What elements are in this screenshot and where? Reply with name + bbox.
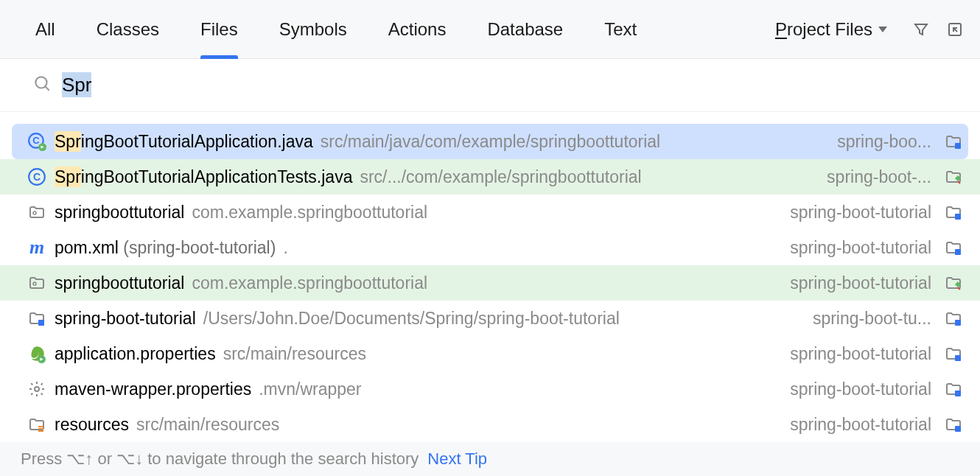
class-c-icon: C (27, 167, 47, 187)
tabs: AllClassesFilesSymbolsActionsDatabaseTex… (15, 0, 759, 59)
scope-selector[interactable]: Project Files (765, 19, 897, 40)
svg-text:C: C (32, 135, 40, 146)
result-row[interactable]: spring-boot-tutorial/Users/John.Doe/Docu… (0, 301, 980, 336)
folder-mod-icon (27, 308, 47, 329)
folder-test-icon (943, 167, 964, 187)
svg-point-1 (35, 77, 46, 88)
result-path: com.example.springboottutorial (192, 203, 427, 223)
result-path: src/main/java/com/example/springboottuto… (321, 132, 660, 152)
folder-blue-icon (943, 379, 964, 399)
result-row[interactable]: mpom.xml (spring-boot-tutorial).spring-b… (0, 230, 980, 265)
result-row[interactable]: CSpringBootTutorialApplicationTests.java… (0, 159, 980, 195)
maven-icon: m (27, 237, 47, 258)
svg-point-11 (33, 282, 36, 285)
result-path: .mvn/wrapper (259, 379, 361, 399)
folder-test-icon (943, 273, 964, 293)
result-row[interactable]: maven-wrapper.properties.mvn/wrapperspri… (0, 371, 980, 407)
result-row[interactable]: application.propertiessrc/main/resources… (0, 336, 980, 371)
folder-blue-icon (943, 131, 964, 152)
result-module: spring-boot-tu... (802, 309, 931, 329)
result-module: spring-boo... (827, 132, 931, 152)
result-module: spring-boot-tutorial (780, 203, 931, 223)
result-module: spring-boot-tutorial (780, 238, 931, 258)
gear-icon (27, 379, 47, 399)
chevron-down-icon (878, 27, 887, 32)
folder-res-icon (27, 414, 47, 435)
result-name: application.properties (55, 344, 216, 364)
result-name: pom.xml (spring-boot-tutorial) (55, 238, 276, 258)
search-icon (32, 74, 52, 97)
tab-all[interactable]: All (15, 0, 76, 59)
folder-blue-icon (943, 237, 964, 258)
result-path: com.example.springboottutorial (192, 273, 427, 293)
svg-rect-15 (955, 355, 961, 361)
result-path: src/main/resources (223, 344, 366, 364)
svg-text:C: C (33, 171, 41, 183)
results-list: CSpringBootTutorialApplication.javasrc/m… (0, 112, 980, 442)
svg-rect-17 (955, 391, 961, 396)
result-module: spring-boot-tutorial (780, 344, 931, 364)
result-module: spring-boot-tutorial (780, 273, 931, 293)
tab-classes[interactable]: Classes (76, 0, 180, 59)
tab-text[interactable]: Text (584, 0, 657, 59)
result-row[interactable]: springboottutorialcom.example.springboot… (0, 265, 980, 301)
folder-blue-icon (943, 343, 964, 364)
tab-actions[interactable]: Actions (368, 0, 467, 59)
result-module: spring-boot-tutorial (780, 415, 931, 435)
folder-icon (27, 202, 47, 223)
result-row[interactable]: CSpringBootTutorialApplication.javasrc/m… (12, 124, 968, 159)
folder-blue-icon (943, 202, 964, 223)
svg-rect-10 (955, 249, 961, 255)
svg-rect-5 (955, 143, 961, 149)
next-tip-link[interactable]: Next Tip (427, 449, 487, 469)
result-name: SpringBootTutorialApplicationTests.java (55, 167, 352, 187)
result-path: . (283, 238, 287, 258)
folder-blue-icon (943, 414, 964, 435)
result-name: springboottutorial (55, 273, 184, 293)
header: AllClassesFilesSymbolsActionsDatabaseTex… (0, 0, 980, 59)
svg-point-16 (35, 387, 39, 391)
open-tool-icon[interactable] (945, 19, 965, 40)
svg-rect-13 (955, 320, 961, 326)
result-path: src/.../com/example/springboottutorial (360, 167, 641, 187)
filter-icon[interactable] (911, 19, 931, 40)
footer: Press ⌥↑ or ⌥↓ to navigate through the s… (0, 442, 980, 476)
result-path: src/main/resources (136, 415, 279, 435)
search-input[interactable]: Spr (62, 74, 91, 97)
footer-hint: Press ⌥↑ or ⌥↓ to navigate through the s… (21, 449, 419, 469)
svg-rect-12 (38, 320, 44, 326)
result-module: spring-boot-tutorial (780, 379, 931, 399)
folder-blue-icon (943, 308, 964, 329)
result-module: spring-boot-... (816, 167, 931, 187)
search-row: Spr (0, 59, 980, 112)
svg-rect-18 (955, 426, 961, 432)
class-run-icon: C (27, 131, 47, 152)
svg-rect-9 (955, 214, 961, 220)
result-row[interactable]: resourcessrc/main/resourcesspring-boot-t… (0, 407, 980, 442)
tab-files[interactable]: Files (180, 0, 259, 59)
result-name: springboottutorial (55, 203, 184, 223)
spring-icon (27, 343, 47, 364)
svg-point-8 (33, 211, 36, 214)
result-name: resources (55, 415, 129, 435)
result-name: spring-boot-tutorial (55, 309, 196, 329)
tab-symbols[interactable]: Symbols (259, 0, 368, 59)
folder-icon (27, 273, 47, 293)
tab-database[interactable]: Database (466, 0, 584, 59)
result-name: maven-wrapper.properties (55, 379, 251, 399)
result-row[interactable]: springboottutorialcom.example.springboot… (0, 195, 980, 230)
result-path: /Users/John.Doe/Documents/Spring/spring-… (203, 309, 620, 329)
result-name: SpringBootTutorialApplication.java (55, 132, 313, 152)
